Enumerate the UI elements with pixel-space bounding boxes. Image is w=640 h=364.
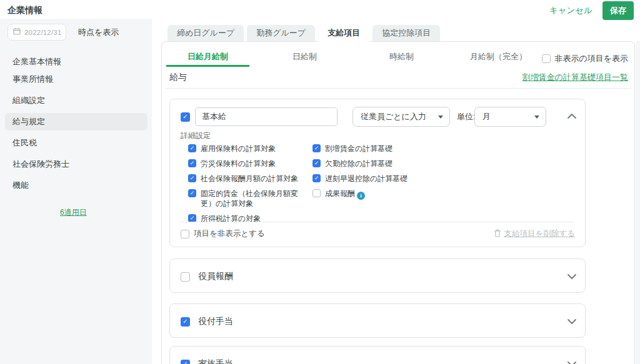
pay-item-card-position-allowance: 役付手当 <box>169 303 586 338</box>
page-background-strip <box>636 41 640 364</box>
option-premium-wage-basis[interactable]: 割増賃金の計算基礎 <box>312 144 512 154</box>
tab-agreement-deduction-items[interactable]: 協定控除項目 <box>372 25 440 41</box>
premium-wage-basis-link[interactable]: 割増賃金の計算基礎項目一覧 <box>522 72 628 83</box>
card-title-row: 役員報酬 <box>181 271 233 282</box>
option-label: 成果報酬 <box>325 189 365 200</box>
info-icon[interactable] <box>357 192 365 200</box>
pay-item-card-base-pay: 従業員ごとに入力 単位: 月 詳細設定 雇用保険料の計算対象 労災保険料の計算対 <box>169 99 586 247</box>
option-label: 雇用保険料の計算対象 <box>201 144 276 154</box>
tab-closing-date-group[interactable]: 締め日グループ <box>168 25 244 41</box>
card-divider <box>181 222 574 222</box>
delete-payment-item-button[interactable]: 支給項目を削除する <box>494 229 575 239</box>
option-checkbox[interactable] <box>312 174 321 182</box>
sidebar-item-resident-tax[interactable]: 住民税 <box>0 134 152 152</box>
subtab-hourly-pay[interactable]: 時給制 <box>360 48 443 67</box>
section-title: 給与 <box>169 72 187 83</box>
item-name-input[interactable] <box>195 107 338 126</box>
sidebar: 2022/12/31 時点を表示 企業基本情報 事業所情報 組織設定 給与規定 … <box>0 19 152 364</box>
cancel-button[interactable]: キャンセル <box>549 5 592 16</box>
sidebar-item-organization-settings[interactable]: 組織設定 <box>0 92 152 109</box>
option-employment-insurance[interactable]: 雇用保険料の計算対象 <box>188 144 308 154</box>
main-panel: 日給月給制 日給制 時給制 月給制（完全） 非表示の項目を表示 給与 割増賃金の… <box>161 41 635 364</box>
unit-label: 単位: <box>457 107 476 127</box>
option-checkbox[interactable] <box>188 144 196 152</box>
date-input[interactable]: 2022/12/31 <box>8 24 66 41</box>
option-workers-comp-insurance[interactable]: 労災保険料の計算対象 <box>188 159 308 169</box>
sidebar-item-office-info[interactable]: 事業所情報 <box>0 71 152 88</box>
caret-down-icon <box>438 116 443 119</box>
item-title: 役付手当 <box>198 316 233 327</box>
hide-item-toggle[interactable]: 項目を非表示とする <box>181 229 265 239</box>
item-checkbox[interactable] <box>181 317 190 327</box>
collapse-button[interactable] <box>567 112 577 121</box>
expand-button[interactable] <box>567 360 577 364</box>
option-fixed-wage[interactable]: 固定的賃金（社会保険月額変更）の計算対象 <box>188 189 308 209</box>
tab-payment-items[interactable]: 支給項目 <box>318 25 369 42</box>
option-checkbox[interactable] <box>188 189 196 197</box>
input-method-select[interactable]: 従業員ごとに入力 <box>352 107 450 127</box>
tab-work-group[interactable]: 勤務グループ <box>247 25 315 41</box>
options-column-right: 割増賃金の計算基礎 欠勤控除の計算基礎 遅刻早退控除の計算基礎 成果報酬 <box>312 144 512 205</box>
option-performance-pay[interactable]: 成果報酬 <box>312 189 512 200</box>
header: 企業情報 キャンセル 保存 <box>0 0 640 21</box>
section-divider <box>166 88 631 89</box>
pay-item-card-family-allowance: 家族手当 <box>169 346 586 364</box>
subtab-daily-monthly-pay[interactable]: 日給月給制 <box>166 48 249 67</box>
card-title-row: 家族手当 <box>181 358 233 364</box>
sidebar-item-features[interactable]: 機能 <box>0 177 152 194</box>
option-checkbox[interactable] <box>188 159 196 167</box>
option-checkbox[interactable] <box>312 189 321 197</box>
page-title: 企業情報 <box>8 5 42 16</box>
item-checkbox[interactable] <box>181 360 190 364</box>
hide-item-label: 項目を非表示とする <box>194 229 265 239</box>
subtab-monthly-pay-full[interactable]: 月給制（完全） <box>457 48 540 67</box>
calendar-icon <box>13 27 21 37</box>
option-absence-deduction-basis[interactable]: 欠勤控除の計算基礎 <box>312 159 512 169</box>
option-label: 労災保険料の計算対象 <box>201 159 276 169</box>
pay-type-subtabs: 日給月給制 日給制 時給制 月給制（完全） <box>166 48 554 67</box>
expand-button[interactable] <box>567 272 577 281</box>
header-actions: キャンセル 保存 <box>549 1 634 20</box>
hide-item-checkbox[interactable] <box>181 230 189 239</box>
save-button[interactable]: 保存 <box>602 1 634 20</box>
show-hidden-label: 非表示の項目を表示 <box>554 53 628 64</box>
date-caption: 時点を表示 <box>78 24 119 41</box>
details-title: 詳細設定 <box>181 130 211 141</box>
input-method-value: 従業員ごとに入力 <box>361 111 426 122</box>
card-title-row: 役付手当 <box>181 316 233 327</box>
option-label: 固定的賃金（社会保険月額変更）の計算対象 <box>201 189 308 209</box>
unit-value: 月 <box>482 111 491 122</box>
item-checkbox[interactable] <box>181 272 190 282</box>
delete-payment-item-label: 支給項目を削除する <box>504 229 575 239</box>
option-checkbox[interactable] <box>312 159 321 167</box>
show-hidden-items-toggle[interactable]: 非表示の項目を表示 <box>542 53 628 64</box>
caret-down-icon <box>534 116 539 119</box>
option-label: 割増賃金の計算基礎 <box>325 144 392 154</box>
section-header: 給与 割増賃金の計算基礎項目一覧 <box>169 71 628 84</box>
sidebar-item-company-basic-info[interactable]: 企業基本情報 <box>0 53 152 71</box>
app-window: 企業情報 キャンセル 保存 2022/12/31 時点を表示 企業基本情報 事業… <box>0 0 640 364</box>
option-label: 遅刻早退控除の計算基礎 <box>325 174 408 184</box>
tab-bar: 締め日グループ 勤務グループ 支給項目 協定控除項目 <box>168 25 440 42</box>
option-social-insurance-monthly[interactable]: 社会保険報酬月額の計算対象 <box>188 174 308 184</box>
base-pay-checkbox[interactable] <box>181 112 190 122</box>
sidebar-item-salary-rules[interactable]: 給与規定 <box>5 113 148 130</box>
expand-button[interactable] <box>567 317 577 326</box>
option-checkbox[interactable] <box>312 144 321 152</box>
option-label: 欠勤控除の計算基礎 <box>325 159 392 169</box>
date-value: 2022/12/31 <box>24 29 62 36</box>
subtab-daily-pay[interactable]: 日給制 <box>263 48 346 67</box>
sidebar-item-labor-consultant[interactable]: 社会保険労務士 <box>0 155 152 173</box>
option-checkbox[interactable] <box>188 174 196 182</box>
item-title: 家族手当 <box>198 358 233 364</box>
option-lateness-deduction-basis[interactable]: 遅刻早退控除の計算基礎 <box>312 174 512 184</box>
options-column-left: 雇用保険料の計算対象 労災保険料の計算対象 社会保険報酬月額の計算対象 固定的賃… <box>188 144 308 229</box>
item-title: 役員報酬 <box>198 271 233 282</box>
trash-icon <box>494 229 501 239</box>
option-label: 社会保険報酬月額の計算対象 <box>201 174 298 184</box>
pay-item-card-executive-compensation: 役員報酬 <box>169 258 586 293</box>
show-hidden-checkbox[interactable] <box>542 54 551 63</box>
applied-dates-link[interactable]: 6適用日 <box>60 207 87 218</box>
unit-select[interactable]: 月 <box>474 107 546 127</box>
